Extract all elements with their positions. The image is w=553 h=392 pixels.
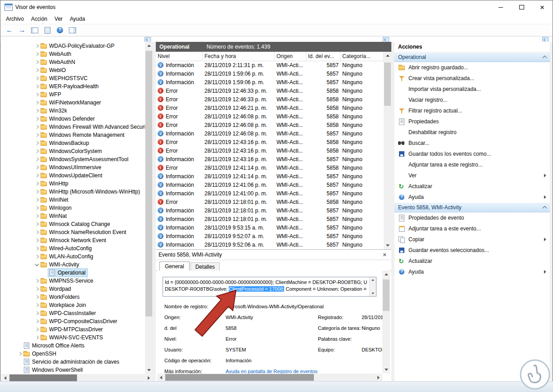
tree-expand-icon[interactable] — [34, 188, 40, 196]
scroll-down-button[interactable] — [370, 291, 376, 296]
scroll-left-button[interactable] — [157, 374, 165, 381]
tree-expand-icon[interactable] — [34, 82, 40, 90]
close-button[interactable] — [532, 0, 553, 14]
tree-expand-icon[interactable] — [34, 325, 40, 333]
tree-item[interactable]: WindowsBackup — [1, 139, 145, 147]
tree-item[interactable]: Win32k — [1, 107, 145, 115]
tree-item[interactable]: OpenSSH — [1, 350, 145, 358]
event-row[interactable]: Error28/11/2019 12:46:08 p. m.WMI-Acti..… — [156, 121, 384, 129]
preview-horizontal-scrollbar[interactable] — [157, 374, 382, 381]
tree-expand-icon[interactable] — [34, 115, 40, 123]
titlebar[interactable]: Visor de eventos — [0, 0, 553, 14]
description-scrollbar[interactable] — [369, 277, 376, 296]
scroll-up-button[interactable] — [145, 42, 153, 50]
tree-expand-icon[interactable] — [34, 301, 40, 309]
tree-item[interactable]: Wordpad — [1, 285, 145, 293]
tree-item[interactable]: WPD-CompositeClassDriver — [1, 317, 145, 325]
column-header-nivel[interactable]: Nivel — [156, 52, 203, 61]
toolbar-back-icon[interactable] — [4, 25, 15, 35]
tree-item[interactable]: WPD-MTPClassDriver — [1, 325, 145, 333]
scroll-thumb[interactable] — [9, 374, 77, 381]
event-row[interactable]: Información28/11/2019 9:52:07 a. m.WMI-A… — [156, 232, 384, 240]
tree-expand-icon[interactable] — [34, 212, 40, 220]
tree-item[interactable]: Windows Firewall With Advanced Security — [1, 123, 145, 131]
action-deshabilitar-registro[interactable]: Deshabilitar registro — [394, 127, 550, 138]
tree-item[interactable]: WLAN-AutoConfig — [1, 252, 145, 261]
tree-expand-icon[interactable] — [34, 196, 40, 204]
tree-item[interactable]: Winsock NameResolution Event — [1, 228, 145, 236]
tree-item[interactable]: WebAuthN — [1, 58, 145, 66]
table-vertical-scrollbar[interactable] — [384, 52, 391, 249]
action-propiedades-de-evento[interactable]: Propiedades de evento — [394, 212, 550, 223]
event-row[interactable]: Información28/11/2019 12:43:16 p. m.WMI-… — [156, 155, 384, 163]
event-row[interactable]: Error28/11/2019 12:41:14 p. m.WMI-Acti..… — [156, 163, 384, 172]
tree-expand-icon[interactable] — [34, 220, 40, 228]
tree-vertical-scrollbar[interactable] — [145, 42, 153, 374]
scroll-down-button[interactable] — [384, 242, 391, 249]
tree-expand-icon[interactable] — [34, 42, 40, 50]
column-header-fecha-y-hora[interactable]: Fecha y hora — [203, 52, 275, 61]
action-filtrar-registro-actual[interactable]: Filtrar registro actual... — [394, 105, 550, 116]
tree-item[interactable]: WinNat — [1, 212, 145, 220]
tree-collapse-icon[interactable] — [34, 261, 40, 269]
tree-item[interactable]: WiFiNetworkManager — [1, 99, 145, 107]
tree-expand-icon[interactable] — [34, 171, 40, 180]
close-preview-icon[interactable]: × — [381, 251, 389, 258]
event-row[interactable]: Información28/11/2019 1:59:06 p. m.WMI-A… — [156, 69, 384, 78]
tree-item[interactable]: Wired-AutoConfig — [1, 244, 145, 252]
tree-expand-icon[interactable] — [34, 204, 40, 212]
event-row[interactable]: Error28/11/2019 12:46:21 p. m.WMI-Acti..… — [156, 104, 384, 112]
action-ayuda[interactable]: Ayuda — [394, 192, 550, 203]
tree-expand-icon[interactable] — [34, 74, 40, 82]
tree-expand-icon[interactable] — [17, 350, 23, 358]
menu-ver[interactable]: Ver — [51, 14, 66, 23]
tree-expand-icon[interactable] — [34, 147, 40, 155]
scroll-thumb[interactable] — [165, 374, 314, 381]
event-row[interactable]: Información28/11/2019 12:41:06 p. m.WMI-… — [156, 180, 384, 189]
action-crear-vista-personalizada[interactable]: Crear vista personalizada... — [394, 73, 550, 84]
tree-item[interactable]: Microsoft Office Alerts — [1, 342, 145, 350]
tree-expand-icon[interactable] — [34, 277, 40, 285]
action-importar-vista-personalizada[interactable]: Importar vista personalizada... — [394, 84, 550, 95]
tree-item[interactable]: Windows PowerShell — [1, 366, 145, 374]
tree-expand-icon[interactable] — [34, 309, 40, 317]
tree-expand-icon[interactable] — [34, 236, 40, 244]
toolbar-help-icon[interactable] — [54, 25, 65, 35]
event-row[interactable]: Información28/11/2019 1:59:06 p. m.WMI-A… — [156, 78, 384, 86]
tree-expand-icon[interactable] — [34, 90, 40, 99]
tree-item[interactable]: WorkFolders — [1, 293, 145, 301]
menu-archivo[interactable]: Archivo — [2, 14, 27, 23]
scroll-up-button[interactable] — [370, 277, 376, 283]
scroll-left-button[interactable] — [1, 374, 9, 382]
action-ver[interactable]: Ver — [394, 170, 550, 181]
tree-item[interactable]: WinHttp (Microsoft-Windows-WinHttp) — [1, 188, 145, 196]
tree-item[interactable]: Windows Defender — [1, 115, 145, 123]
tree-horizontal-scrollbar[interactable] — [1, 374, 153, 382]
tree-item[interactable]: WinHttp — [1, 180, 145, 188]
tree-expand-icon[interactable] — [34, 139, 40, 147]
tab-general[interactable]: General — [159, 261, 190, 271]
column-header-categoria[interactable]: Categoría... — [340, 52, 384, 61]
tree-item[interactable]: Winsock Network Event — [1, 236, 145, 244]
tree-expand-icon[interactable] — [34, 50, 40, 58]
menu-ayuda[interactable]: Ayuda — [66, 14, 89, 23]
tree-item[interactable]: WMI-Activity — [1, 261, 145, 269]
event-row[interactable]: Error28/11/2019 12:43:16 p. m.WMI-Acti..… — [156, 146, 384, 155]
action-propiedades[interactable]: Propiedades — [394, 116, 550, 127]
tree-item[interactable]: WPD-ClassInstaller — [1, 309, 145, 317]
scroll-thumb[interactable] — [384, 63, 391, 106]
scroll-thumb[interactable] — [145, 51, 152, 316]
tree-item[interactable]: Winsock Catalog Change — [1, 220, 145, 228]
column-header-id-evento[interactable]: Id. del ev... — [306, 52, 340, 61]
scroll-up-button[interactable] — [382, 270, 390, 278]
action-guardar-todos-los-eventos-como[interactable]: Guardar todos los eventos como... — [394, 149, 550, 159]
tree-item[interactable]: Winlogon — [1, 204, 145, 212]
event-row[interactable]: Información28/11/2019 12:18:01 p. m.WMI-… — [156, 215, 384, 223]
event-row[interactable]: Información28/11/2019 12:41:00 p. m.WMI-… — [156, 189, 384, 198]
maximize-button[interactable] — [511, 0, 532, 14]
field-value[interactable]: Ayuda en pantalla de Registro de eventos — [226, 369, 317, 374]
event-row[interactable]: Error28/11/2019 12:46:33 p. m.WMI-Acti..… — [156, 95, 384, 104]
action-ayuda[interactable]: Ayuda — [394, 266, 550, 277]
action-adjuntar-tarea-a-este-evento[interactable]: Adjuntar tarea a este evento... — [394, 223, 550, 234]
tree-item[interactable]: WMPNSS-Service — [1, 277, 145, 285]
